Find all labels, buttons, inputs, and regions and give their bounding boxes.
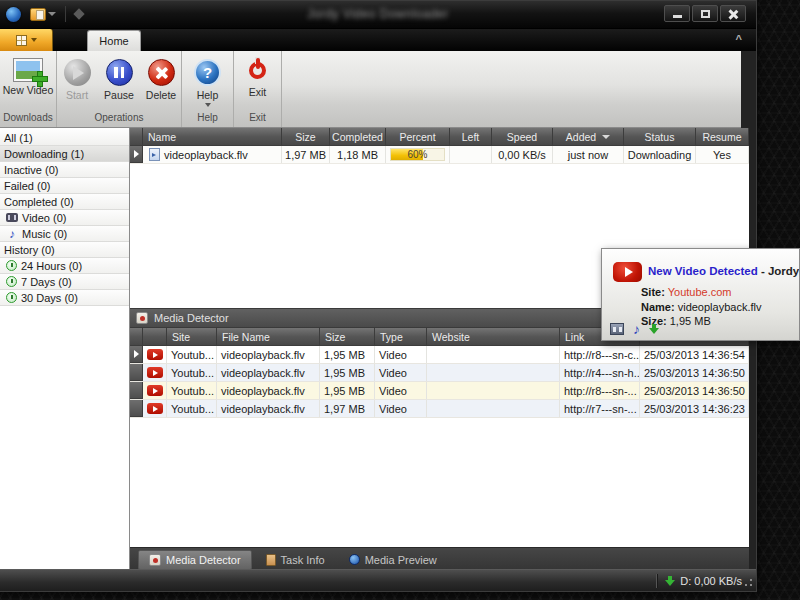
notification-name: Name: videoplayback.flv bbox=[641, 300, 761, 315]
cell-link: http://r8---sn-... bbox=[560, 382, 640, 399]
cell-status: Downloading bbox=[624, 146, 696, 163]
detector-row[interactable]: Youtub... videoplayback.flv 1,95 MB Vide… bbox=[130, 364, 749, 382]
tab-media-detector[interactable]: Media Detector bbox=[138, 550, 252, 570]
row-indicator bbox=[130, 146, 143, 163]
download-icon[interactable] bbox=[649, 324, 659, 334]
cell-website bbox=[427, 400, 560, 417]
cell-site: Youtub... bbox=[167, 346, 217, 363]
group-label-exit: Exit bbox=[234, 112, 281, 127]
column-header-status[interactable]: Status bbox=[624, 128, 696, 146]
media-detector-icon bbox=[136, 312, 148, 324]
exit-button[interactable]: Exit bbox=[238, 57, 278, 98]
column-header-completed[interactable]: Completed bbox=[330, 128, 386, 146]
clock-icon bbox=[6, 276, 17, 287]
sidebar-item-failed[interactable]: Failed (0) bbox=[0, 178, 129, 194]
detector-row[interactable]: Youtub... videoplayback.flv 1,97 MB Vide… bbox=[130, 400, 749, 418]
divider bbox=[656, 574, 657, 588]
column-header-size[interactable]: Size bbox=[282, 128, 330, 146]
cell-resume: Yes bbox=[696, 146, 749, 163]
sidebar-item-music[interactable]: ♪Music (0) bbox=[0, 226, 129, 242]
window-title: Jordy Video Downloader bbox=[0, 7, 756, 21]
tab-media-preview[interactable]: Media Preview bbox=[339, 550, 447, 570]
cell-completed: 1,18 MB bbox=[330, 146, 386, 163]
column-header-name[interactable]: Name bbox=[143, 128, 282, 146]
video-icon bbox=[6, 213, 18, 222]
detector-row[interactable]: Youtub... videoplayback.flv 1,95 MB Vide… bbox=[130, 382, 749, 400]
column-header-icon bbox=[143, 328, 167, 346]
sidebar-item-24hours[interactable]: 24 Hours (0) bbox=[0, 258, 129, 274]
resize-grip[interactable] bbox=[743, 578, 753, 588]
clock-icon bbox=[6, 260, 17, 271]
cell-size: 1,95 MB bbox=[320, 382, 375, 399]
sidebar-item-30days[interactable]: 30 Days (0) bbox=[0, 290, 129, 306]
column-header-resume[interactable]: Resume bbox=[696, 128, 749, 146]
application-menu-button[interactable] bbox=[0, 29, 53, 51]
column-header-website[interactable]: Website bbox=[427, 328, 560, 346]
progress-bar: 60% bbox=[390, 148, 445, 161]
new-video-notification[interactable]: New Video Detected - Jordy V Site: Youtu… bbox=[601, 248, 800, 341]
cell-site: Youtub... bbox=[167, 364, 217, 381]
cell-percent: 60% bbox=[386, 146, 450, 163]
chevron-down-icon bbox=[31, 38, 37, 42]
current-row-arrow-icon bbox=[134, 150, 139, 158]
ribbon-group-downloads: New Video Downloads bbox=[0, 51, 57, 127]
sidebar-item-inactive[interactable]: Inactive (0) bbox=[0, 162, 129, 178]
youtube-icon bbox=[147, 367, 163, 378]
cell-link: http://r4---sn-h... bbox=[560, 364, 640, 381]
cell-type: Video bbox=[375, 364, 427, 381]
new-video-icon bbox=[14, 59, 42, 81]
cell-name: videoplayback.flv bbox=[143, 146, 282, 163]
sidebar-item-7days[interactable]: 7 Days (0) bbox=[0, 274, 129, 290]
youtube-icon bbox=[613, 262, 642, 282]
sidebar-item-completed[interactable]: Completed (0) bbox=[0, 194, 129, 210]
column-header-filename[interactable]: File Name bbox=[217, 328, 320, 346]
bottom-tab-bar: Media Detector Task Info Media Preview bbox=[130, 547, 749, 571]
youtube-icon bbox=[147, 385, 163, 396]
progress-label: 60% bbox=[391, 149, 444, 161]
download-speed-label: D: 0,00 KB/s bbox=[680, 575, 742, 587]
minimize-button[interactable] bbox=[664, 5, 690, 22]
current-row-arrow-icon bbox=[134, 350, 139, 358]
sidebar-item-history[interactable]: History (0) bbox=[0, 242, 129, 258]
collapse-ribbon-icon[interactable]: ^ bbox=[736, 33, 742, 45]
tab-home[interactable]: Home bbox=[87, 30, 141, 51]
notification-site: Site: Youtube.com bbox=[641, 285, 761, 300]
column-header-site[interactable]: Site bbox=[167, 328, 217, 346]
column-header-percent[interactable]: Percent bbox=[386, 128, 450, 146]
cell-link: http://r7---sn-... bbox=[560, 400, 640, 417]
music-icon[interactable]: ♪ bbox=[633, 323, 640, 335]
cell-filename: videoplayback.flv bbox=[217, 364, 320, 381]
row-indicator bbox=[130, 400, 143, 417]
column-header-type[interactable]: Type bbox=[375, 328, 427, 346]
column-header-left[interactable]: Left bbox=[450, 128, 492, 146]
detector-row[interactable]: Youtub... videoplayback.flv 1,95 MB Vide… bbox=[130, 346, 749, 364]
maximize-button[interactable] bbox=[692, 5, 718, 22]
column-header-size[interactable]: Size bbox=[320, 328, 375, 346]
chevron-down-icon bbox=[205, 103, 211, 107]
close-button[interactable] bbox=[720, 5, 746, 22]
pause-icon bbox=[106, 59, 133, 86]
help-button[interactable]: ? Help bbox=[188, 57, 228, 107]
sidebar-item-downloading[interactable]: Downloading (1) bbox=[0, 146, 129, 162]
download-row[interactable]: videoplayback.flv 1,97 MB 1,18 MB 60% 0,… bbox=[130, 146, 749, 164]
tab-task-info[interactable]: Task Info bbox=[256, 550, 335, 570]
group-label-help: Help bbox=[182, 112, 233, 127]
new-video-button[interactable]: New Video bbox=[1, 57, 55, 96]
sidebar: All (1) Downloading (1) Inactive (0) Fai… bbox=[0, 128, 130, 571]
status-bar: D: 0,00 KB/s bbox=[0, 569, 756, 591]
video-icon[interactable] bbox=[610, 323, 624, 335]
ribbon-group-operations: Start Pause Delete Operations bbox=[57, 51, 182, 127]
media-detector-icon bbox=[149, 554, 161, 566]
column-header-added[interactable]: Added bbox=[553, 128, 624, 146]
pause-button[interactable]: Pause bbox=[99, 57, 139, 101]
delete-icon bbox=[148, 59, 175, 86]
sidebar-item-video[interactable]: Video (0) bbox=[0, 210, 129, 226]
main-panel: Name Size Completed Percent Left Speed A… bbox=[130, 128, 749, 571]
column-header-speed[interactable]: Speed bbox=[492, 128, 553, 146]
cell-site-icon bbox=[143, 346, 167, 363]
start-button[interactable]: Start bbox=[57, 57, 97, 101]
delete-button[interactable]: Delete bbox=[141, 57, 181, 101]
exit-icon bbox=[249, 62, 266, 79]
help-icon: ? bbox=[194, 59, 221, 86]
sidebar-item-all[interactable]: All (1) bbox=[0, 130, 129, 146]
